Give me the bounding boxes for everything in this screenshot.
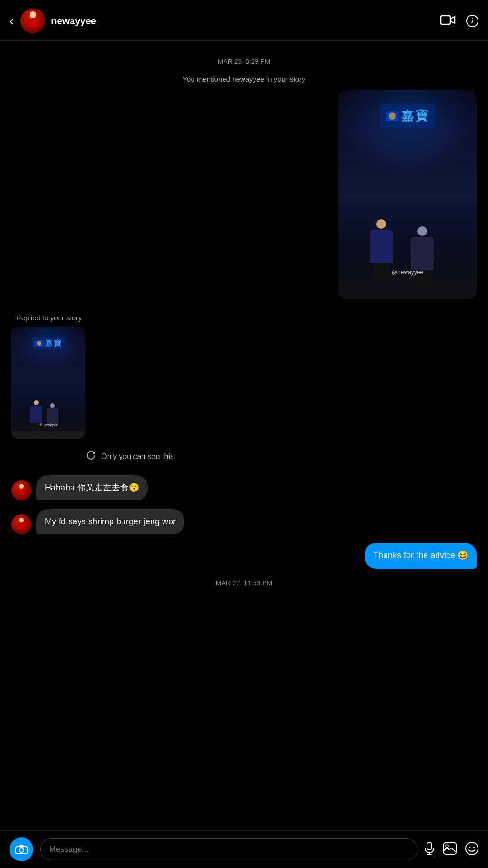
message-input[interactable] — [40, 838, 417, 860]
person-right — [409, 226, 435, 286]
reply-person-left — [30, 400, 43, 432]
reply-watermark: @newayyee — [39, 423, 58, 426]
reply-person-right — [46, 403, 59, 432]
watermark: @newayyee — [392, 269, 423, 276]
reply-container: Replied to your story 🍔 嘉寶 @neway — [0, 314, 488, 439]
story-mention-label: You mentioned newayyee in your story — [0, 75, 488, 83]
sign-glow — [338, 90, 477, 175]
back-button[interactable]: ‹ — [10, 13, 14, 29]
only-you-row: Only you can see this — [86, 450, 477, 463]
info-button[interactable]: i — [466, 15, 478, 27]
message-bubble-3: Thanks for the advice 😆 — [365, 543, 477, 568]
sender-avatar-2[interactable] — [11, 514, 31, 534]
message-row: Hahaha 你又走左去食😙 — [0, 472, 488, 503]
svg-rect-0 — [441, 16, 450, 24]
story-composite: #下次你同你bb食嘢千祈 唔好tag我 ☺ #做乜個個男仔fd都同我 一齊咗嘅 … — [0, 90, 488, 299]
camera-button[interactable] — [10, 837, 33, 861]
chat-area: MAR 23, 8:29 PM You mentioned newayyee i… — [0, 41, 488, 861]
reply-floor — [11, 431, 85, 439]
svg-point-10 — [469, 847, 470, 848]
replay-icon — [86, 450, 96, 463]
reply-glow — [11, 327, 85, 369]
svg-point-9 — [466, 842, 478, 855]
header: ‹ newayyee i — [0, 0, 488, 41]
username-label[interactable]: newayyee — [51, 16, 440, 27]
story-image[interactable]: 🍔 嘉寶 @newayyee — [338, 90, 477, 299]
mic-button[interactable] — [424, 842, 435, 857]
svg-point-2 — [20, 848, 24, 852]
video-call-button[interactable] — [440, 14, 456, 28]
indoor-ambient — [338, 166, 477, 204]
replied-label: Replied to your story — [16, 314, 82, 322]
timestamp-2: MAR 27, 11:53 PM — [0, 579, 488, 587]
input-bar — [0, 830, 488, 868]
sticker-button[interactable] — [465, 842, 478, 857]
avatar[interactable] — [20, 9, 45, 33]
svg-point-11 — [473, 847, 475, 848]
header-icons: i — [440, 14, 478, 28]
info-icon: i — [471, 17, 473, 25]
timestamp-1: MAR 23, 8:29 PM — [0, 58, 488, 65]
message-bubble-2: My fd says shrimp burger jeng wor — [36, 509, 184, 534]
gallery-button[interactable] — [443, 842, 457, 857]
svg-rect-4 — [427, 842, 432, 850]
only-you-text: Only you can see this — [101, 452, 174, 461]
reply-story-thumbnail[interactable]: 🍔 嘉寶 @newayyee — [11, 327, 85, 439]
message-row: My fd says shrimp burger jeng wor — [0, 506, 488, 537]
message-bubble-1: Hahaha 你又走左去食😙 — [36, 475, 148, 500]
input-right-icons — [424, 842, 478, 857]
person-left — [367, 219, 396, 286]
sender-avatar-1[interactable] — [11, 480, 31, 500]
message-row: Thanks for the advice 😆 — [0, 540, 488, 571]
